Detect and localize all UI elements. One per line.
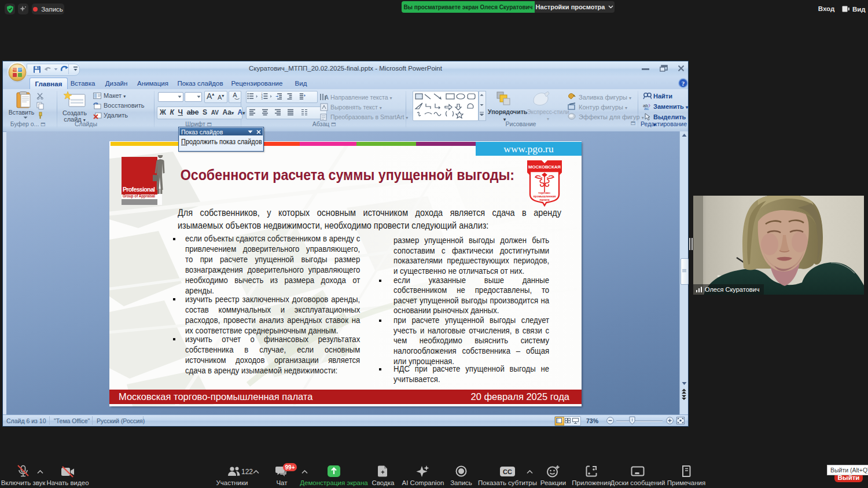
svg-text:CC: CC <box>503 468 512 475</box>
svg-text:3: 3 <box>261 97 263 100</box>
svg-text:Group of Appraisal: Group of Appraisal <box>123 194 155 199</box>
svg-text:122: 122 <box>241 468 253 476</box>
svg-text:МОСКОВСКАЯ: МОСКОВСКАЯ <box>528 164 561 170</box>
svg-text:палата: палата <box>540 198 550 201</box>
svg-text:ac: ac <box>644 106 649 110</box>
svg-text:Professional: Professional <box>123 186 155 193</box>
svg-text:?: ? <box>682 80 685 87</box>
svg-text:A: A <box>325 94 329 101</box>
